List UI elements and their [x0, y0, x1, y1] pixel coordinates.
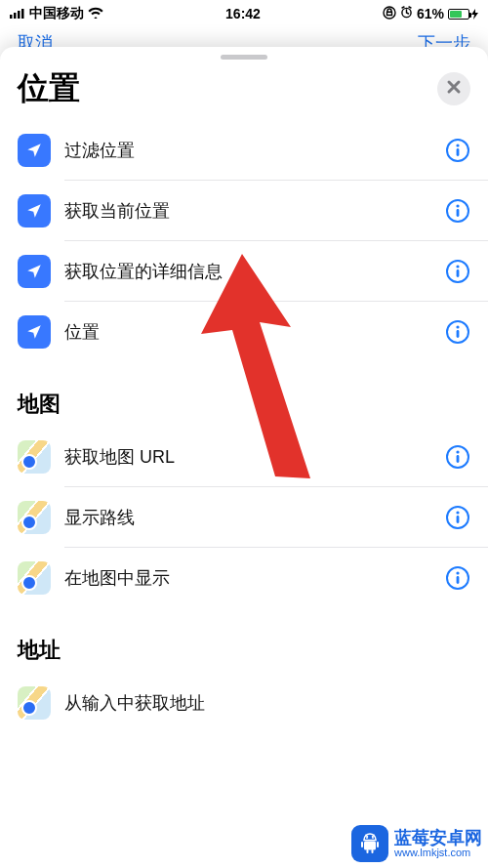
info-button[interactable]	[445, 444, 470, 470]
row-label: 过滤位置	[64, 139, 431, 162]
svg-rect-20	[457, 455, 460, 463]
svg-point-10	[456, 204, 459, 207]
svg-rect-33	[367, 849, 369, 853]
maps-icon	[18, 440, 51, 474]
orientation-lock-icon	[383, 6, 396, 22]
close-button[interactable]	[437, 72, 470, 105]
svg-point-28	[366, 837, 368, 839]
android-icon	[351, 825, 388, 862]
watermark-name: 蓝莓安卓网	[394, 829, 482, 847]
svg-rect-34	[372, 849, 374, 853]
row-get-current-location[interactable]: 获取当前位置	[0, 181, 488, 241]
svg-rect-26	[457, 576, 460, 584]
alarm-icon	[400, 6, 413, 21]
row-filter-location[interactable]: 过滤位置	[0, 120, 488, 181]
info-button[interactable]	[445, 505, 470, 530]
row-maps-route[interactable]: 显示路线	[0, 487, 488, 548]
row-label: 获取当前位置	[64, 199, 431, 223]
carrier-label: 中国移动	[29, 5, 84, 22]
action-list: 过滤位置 获取当前位置 获取位置的详细信息	[0, 120, 488, 868]
info-button[interactable]	[445, 565, 470, 591]
status-left: 中国移动	[10, 5, 103, 22]
info-button[interactable]	[445, 138, 470, 163]
svg-rect-30	[364, 842, 376, 850]
info-button[interactable]	[445, 259, 470, 284]
svg-rect-1	[14, 13, 17, 19]
svg-rect-32	[377, 842, 379, 847]
location-arrow-icon	[18, 134, 51, 167]
info-button[interactable]	[445, 198, 470, 224]
status-bar: 中国移动 16:42 61%	[0, 0, 488, 27]
row-label: 从输入中获取地址	[64, 691, 470, 715]
watermark: 蓝莓安卓网 www.lmkjst.com	[351, 825, 482, 862]
action-sheet: 位置 过滤位置 获取当前位置	[0, 47, 488, 868]
close-icon	[446, 79, 462, 99]
row-label: 显示路线	[64, 506, 431, 529]
svg-rect-2	[18, 11, 20, 19]
battery-icon	[448, 9, 478, 20]
svg-point-7	[456, 144, 459, 146]
svg-rect-31	[361, 842, 363, 847]
sheet-title: 位置	[18, 67, 80, 110]
row-label: 在地图中显示	[64, 566, 431, 590]
location-arrow-icon	[18, 255, 51, 288]
signal-icon	[10, 6, 25, 21]
svg-point-16	[456, 325, 459, 328]
section-header-maps: 地图	[0, 362, 488, 427]
status-time: 16:42	[225, 6, 261, 21]
svg-rect-0	[10, 15, 13, 19]
svg-point-25	[456, 571, 459, 574]
row-get-location-details[interactable]: 获取位置的详细信息	[0, 241, 488, 302]
section-header-address: 地址	[0, 608, 488, 673]
svg-point-19	[456, 450, 459, 453]
svg-rect-8	[457, 148, 460, 156]
maps-icon	[18, 686, 51, 720]
svg-rect-14	[457, 269, 460, 277]
svg-rect-17	[457, 330, 460, 338]
location-arrow-icon	[18, 315, 51, 349]
row-maps-url[interactable]: 获取地图 URL	[0, 427, 488, 487]
sheet-header: 位置	[0, 62, 488, 120]
location-arrow-icon	[18, 194, 51, 227]
battery-pct: 61%	[417, 6, 444, 21]
row-location[interactable]: 位置	[0, 302, 488, 362]
row-address-frominput[interactable]: 从输入中获取地址	[0, 673, 488, 733]
section-location: 过滤位置 获取当前位置 获取位置的详细信息	[0, 120, 488, 362]
maps-icon	[18, 501, 51, 534]
svg-point-22	[456, 511, 459, 514]
row-label: 位置	[64, 320, 431, 344]
svg-rect-3	[21, 9, 24, 19]
svg-point-13	[456, 265, 459, 268]
sheet-grabber[interactable]	[221, 55, 267, 60]
svg-rect-23	[457, 516, 460, 523]
row-maps-show[interactable]: 在地图中显示	[0, 548, 488, 608]
watermark-url: www.lmkjst.com	[394, 847, 482, 859]
wifi-icon	[88, 6, 103, 21]
svg-point-29	[372, 837, 374, 839]
status-right: 61%	[383, 6, 478, 22]
info-button[interactable]	[445, 319, 470, 345]
row-label: 获取地图 URL	[64, 445, 431, 469]
maps-icon	[18, 561, 51, 595]
svg-rect-11	[457, 209, 460, 217]
section-maps: 地图 获取地图 URL 显示路线 在地图中显示	[0, 362, 488, 608]
row-label: 获取位置的详细信息	[64, 260, 431, 283]
section-address: 地址 从输入中获取地址	[0, 608, 488, 733]
